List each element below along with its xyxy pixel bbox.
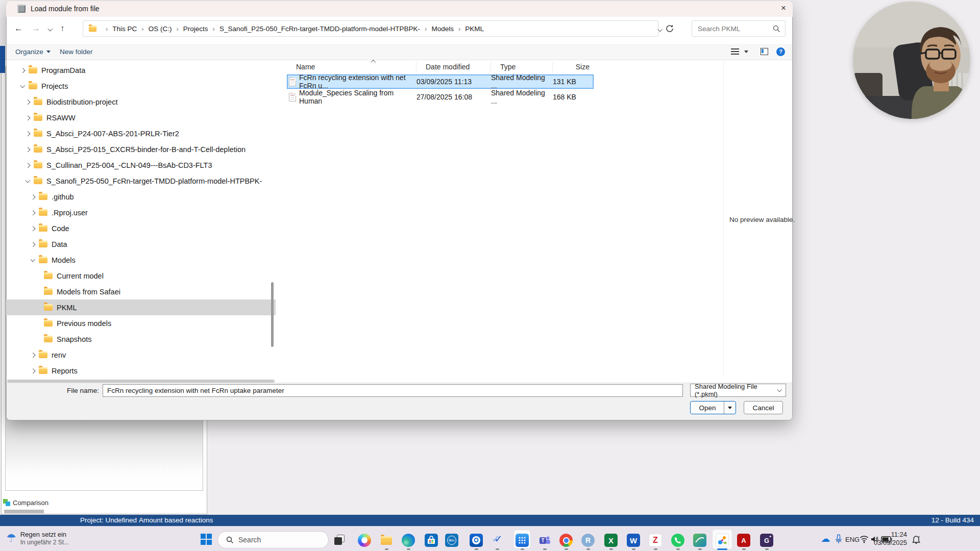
address-dropdown-icon[interactable] xyxy=(657,27,663,33)
new-folder-button[interactable]: New folder xyxy=(60,48,93,56)
chevron-down-icon[interactable] xyxy=(24,178,31,184)
chevron-right-icon[interactable] xyxy=(30,210,36,216)
breadcrumb-os-c[interactable]: OS (C:) xyxy=(149,25,172,33)
tree-item-programdata[interactable]: ProgramData xyxy=(6,62,276,78)
view-list-icon[interactable] xyxy=(731,48,739,49)
chevron-right-icon[interactable] xyxy=(24,131,31,137)
tree-item-github[interactable]: .github xyxy=(6,189,276,205)
search-box[interactable] xyxy=(692,20,786,37)
file-name-combobox[interactable] xyxy=(103,384,683,397)
tree-item-rproj-user[interactable]: .Rproj.user xyxy=(6,205,276,220)
tree-item-cullinan[interactable]: S_Cullinan_P25-004_-CLN-049---BsAb-CD3-F… xyxy=(6,157,276,173)
start-button[interactable] xyxy=(201,534,212,545)
tree-item-current-model[interactable]: Current model xyxy=(6,268,276,284)
zotero-icon[interactable]: Z xyxy=(649,534,662,547)
up-icon[interactable]: ↑ xyxy=(60,23,65,34)
phone-link-icon[interactable] xyxy=(516,534,529,547)
notification-bell-icon[interactable]: z xyxy=(912,535,921,544)
organize-button[interactable]: Organize xyxy=(15,48,51,56)
chevron-right-icon[interactable] xyxy=(30,194,36,200)
excel-icon[interactable]: X xyxy=(604,534,618,547)
tree-item-rsaww[interactable]: RSAWW xyxy=(6,110,276,126)
view-dropdown-icon[interactable] xyxy=(744,51,748,53)
word-icon[interactable]: W xyxy=(627,534,640,547)
breadcrumb-this-pc[interactable]: This PC xyxy=(112,25,137,33)
tree-item-data[interactable]: Data xyxy=(6,236,276,252)
chrome-icon[interactable] xyxy=(559,534,573,547)
refresh-icon[interactable] xyxy=(665,24,674,33)
file-row[interactable]: Module_Species Scaling from Human 27/08/… xyxy=(287,90,594,104)
breadcrumb-models[interactable]: Models xyxy=(431,25,454,33)
column-size[interactable]: Size xyxy=(553,62,593,72)
close-icon[interactable]: × xyxy=(777,2,790,14)
cancel-button[interactable]: Cancel xyxy=(744,401,783,414)
mobi-active-app-icon[interactable] xyxy=(716,534,729,547)
copilot-icon[interactable] xyxy=(358,534,371,547)
chevron-right-icon[interactable] xyxy=(24,99,31,105)
tree-item-renv[interactable]: renv xyxy=(6,347,276,363)
search-input[interactable] xyxy=(697,21,773,36)
chevron-right-icon[interactable] xyxy=(30,226,36,232)
column-date-modified[interactable]: Date modified xyxy=(416,62,491,72)
file-row-selected[interactable]: FcRn recycling extension with net FcRn u… xyxy=(287,74,594,89)
chevron-right-icon[interactable] xyxy=(30,368,36,374)
chevron-down-icon[interactable] xyxy=(19,83,26,89)
recent-locations-icon[interactable] xyxy=(47,27,53,33)
column-type[interactable]: Type xyxy=(491,62,553,72)
tree-item-biodistribution[interactable]: Biodistribution-project xyxy=(6,94,276,110)
green-blue-app-icon[interactable] xyxy=(693,534,706,547)
onedrive-cloud-icon[interactable]: ☁ xyxy=(821,533,830,544)
column-name[interactable]: Name xyxy=(287,62,416,72)
task-view-icon[interactable] xyxy=(333,534,347,547)
tree-item-projects[interactable]: Projects xyxy=(6,78,276,94)
help-icon[interactable]: ? xyxy=(776,47,785,56)
tree-item-models-from-safaei[interactable]: Models from Safaei xyxy=(6,284,276,299)
edge-icon[interactable] xyxy=(402,534,415,547)
tree-item-pkml-selected[interactable]: PKML xyxy=(6,299,276,315)
dell-icon[interactable]: DELL xyxy=(445,534,458,547)
preview-pane-icon[interactable] xyxy=(761,48,768,55)
chevron-down-icon[interactable] xyxy=(30,257,36,263)
tree-item-absci-p24[interactable]: S_Absci_P24-007-ABS-201-PRLR-Tier2 xyxy=(6,126,276,141)
file-type-dropdown[interactable]: Shared Modeling File (*.pkml) xyxy=(690,384,786,397)
whatsapp-icon[interactable] xyxy=(671,534,684,547)
taskbar-search[interactable]: Search xyxy=(217,531,329,548)
chevron-right-icon[interactable] xyxy=(24,146,31,153)
language-indicator[interactable]: ENG xyxy=(845,536,860,543)
tree-item-models[interactable]: Models xyxy=(6,252,276,268)
chevron-right-icon[interactable] xyxy=(30,352,36,358)
file-explorer-icon[interactable] xyxy=(380,534,393,547)
tree-item-code[interactable]: Code xyxy=(6,220,276,236)
background-hscrollbar[interactable] xyxy=(4,510,44,513)
address-bar[interactable]: › This PC › OS (C:) › Projects › S_Sanof… xyxy=(83,20,658,37)
clock[interactable]: 11:24 xyxy=(885,531,907,538)
open-button[interactable]: Open xyxy=(690,401,736,414)
r-app-icon[interactable]: R xyxy=(581,534,595,547)
chevron-right-icon[interactable] xyxy=(19,67,26,73)
file-name-input[interactable] xyxy=(106,385,672,396)
chevron-right-icon[interactable] xyxy=(30,241,36,247)
breadcrumb-pkml[interactable]: PKML xyxy=(465,25,484,33)
acrobat-icon[interactable]: A xyxy=(737,534,750,547)
tree-vertical-scrollbar[interactable] xyxy=(271,282,274,347)
back-icon[interactable]: ← xyxy=(14,23,23,34)
tree-item-absci-p25[interactable]: S_Absci_P25-015_CXCR5-binder-for-B-and-T… xyxy=(6,141,276,157)
tree-item-previous-models[interactable]: Previous models xyxy=(6,315,276,331)
breadcrumb-projects[interactable]: Projects xyxy=(183,25,208,33)
comparison-tab[interactable]: Comparison xyxy=(3,497,48,508)
microphone-icon[interactable] xyxy=(835,534,842,544)
tree-item-snapshots[interactable]: Snapshots xyxy=(6,331,276,347)
microsoft-store-icon[interactable] xyxy=(425,534,438,547)
wifi-icon[interactable] xyxy=(860,535,869,543)
gemini-purple-app-icon[interactable]: G✦ xyxy=(760,534,773,547)
tree-item-sanofi[interactable]: S_Sanofi_P25-050_FcRn-target-TMDD-platfo… xyxy=(6,173,276,189)
todo-icon[interactable]: ✓ ✓ xyxy=(491,534,504,547)
weather-widget[interactable]: ☂ Regen setzt ein In ungefähr 2 St... xyxy=(6,531,69,546)
chevron-right-icon[interactable] xyxy=(24,115,31,121)
teams-icon[interactable]: T xyxy=(538,534,551,547)
outlook-icon[interactable]: O xyxy=(470,534,483,547)
chevron-right-icon[interactable] xyxy=(24,162,31,168)
open-split-dropdown[interactable] xyxy=(724,402,735,414)
tree-item-reports[interactable]: Reports xyxy=(6,363,276,379)
breadcrumb-project-folder[interactable]: S_Sanofi_P25-050_FcRn-target-TMDD-platfo… xyxy=(219,25,420,33)
